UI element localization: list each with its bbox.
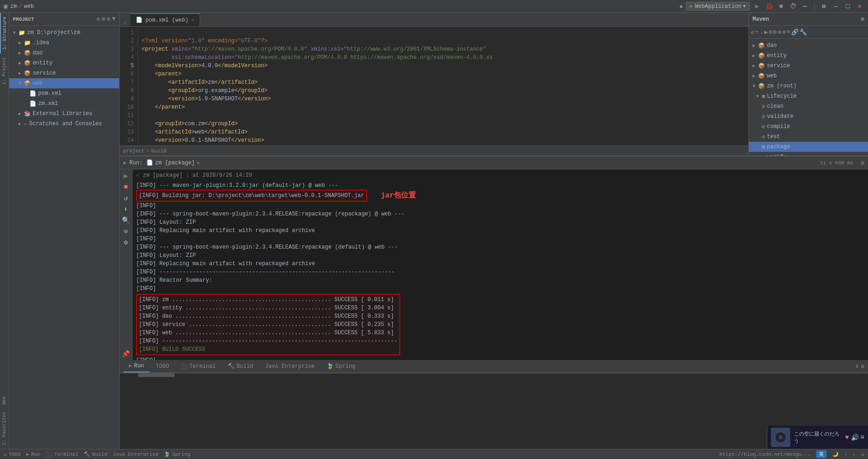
close-icon[interactable]: ✕ (196, 160, 200, 166)
run-timestamp: : at 2020/9/26 14:29 (186, 172, 252, 179)
run-icon[interactable]: ▶ (764, 29, 768, 36)
run-config[interactable]: ▶ WebApplication ▼ (686, 2, 750, 11)
maven-item-entity[interactable]: ▶ 📦 entity (749, 51, 868, 61)
layout-icon[interactable]: ⊞ (102, 16, 105, 23)
filter-icon[interactable]: 🔧 (799, 29, 807, 36)
settings-icon[interactable]: ⚙ (861, 363, 864, 370)
tree-item-dao[interactable]: ▶ 📦 dao (9, 48, 119, 58)
code-content[interactable]: <?xml version="1.0" encoding="UTF-8"?> <… (138, 27, 748, 145)
alert-icon[interactable]: ⚠ (861, 451, 864, 457)
tree-item-idea[interactable]: ▶ 📁 .idea (9, 38, 119, 48)
tab-java-enterprise[interactable]: Java Enterprise (259, 360, 320, 372)
link-icon[interactable]: 🔗 (791, 29, 799, 36)
collapse-icon[interactable]: ≡ (787, 29, 791, 35)
maven-settings-icon[interactable]: ⚙ (861, 16, 864, 23)
minimize-button[interactable]: — (831, 2, 840, 11)
skip-icon[interactable]: ⊗ (778, 29, 782, 36)
toggle-icon[interactable]: ⊞ (773, 29, 777, 36)
scroll-down-icon[interactable]: ⬇ (121, 204, 131, 214)
download-icon[interactable]: ↓ (760, 29, 764, 35)
maven-item-zm[interactable]: ▼ 📦 zm (root) (749, 81, 868, 91)
rerun-button[interactable]: ↺ (121, 193, 131, 203)
status-todo[interactable]: ⚠ TODO (4, 451, 21, 457)
maven-item-lifecycle[interactable]: ▼ ⚙ Lifecycle (749, 91, 868, 101)
add-icon[interactable]: + (755, 29, 759, 35)
maven-item-web[interactable]: ▶ 📦 web (749, 71, 868, 81)
favorites-tab[interactable]: 2: Favorites (0, 408, 8, 449)
maximize-button[interactable]: □ (843, 2, 852, 11)
tab-terminal[interactable]: ⬛ Terminal (176, 360, 222, 372)
close-button[interactable]: ✕ (855, 2, 864, 11)
tree-item-zm[interactable]: ▼ 📁 zm D:\project\zm (9, 28, 119, 38)
breadcrumb-build[interactable]: build (151, 148, 167, 154)
gear-icon: ⚙ (762, 123, 765, 130)
stop-button[interactable]: ■ (121, 182, 131, 192)
gear-icon[interactable]: ⚙ (97, 16, 100, 23)
tab-spring[interactable]: 🍃 Spring (321, 360, 361, 372)
coverage-button[interactable]: ⊕ (776, 2, 786, 11)
run-scrollbar[interactable] (120, 373, 868, 377)
status-run[interactable]: ▶ Run (26, 451, 40, 457)
search-icon[interactable]: 🔍 (121, 215, 131, 225)
build-icon: 🔨 (84, 451, 90, 457)
settings-icon[interactable]: ⚙ (861, 159, 864, 167)
maven-item-verify[interactable]: ⚙ verify (749, 152, 868, 156)
download-icon[interactable]: ↓ (853, 452, 856, 457)
tree-item-ext-lib[interactable]: ▶ 📚 External Libraries (9, 109, 119, 119)
run-output[interactable]: ✓ zm [package] : at 2020/9/26 14:29 [INF… (132, 169, 868, 360)
tab-todo[interactable]: TODO (150, 360, 175, 372)
pin-icon[interactable]: 📌 (121, 349, 131, 358)
web-tab[interactable]: Web (0, 393, 8, 408)
settings-icon[interactable]: ⚙ (819, 2, 828, 11)
maven-item-service[interactable]: ▶ 📦 service (749, 61, 868, 71)
more-button[interactable]: ⋯ (800, 2, 810, 11)
menu-icon[interactable]: ≡ (861, 434, 864, 442)
maven-item-validate[interactable]: ⚙ validate (749, 111, 868, 122)
upload-icon[interactable]: ↑ (844, 452, 847, 457)
maven-item-clean[interactable]: ⚙ clean (749, 101, 868, 111)
maven-item-test[interactable]: ⚙ test (749, 132, 868, 142)
tab-build[interactable]: 🔨 Build (222, 360, 259, 372)
refresh-icon[interactable]: ↺ (751, 29, 754, 36)
tree-item-web[interactable]: ▼ 📦 web (9, 78, 119, 88)
filter-icon[interactable]: ⊙ (121, 227, 131, 236)
play-button[interactable]: ▶ (121, 171, 131, 180)
lang-button[interactable]: 英 (816, 450, 827, 458)
profile-button[interactable]: ⏱ (788, 2, 798, 11)
maven-item-dao[interactable]: ▶ 📦 dao (749, 41, 868, 51)
expand-icon[interactable]: ⬆ (855, 363, 859, 370)
settings-icon[interactable]: ⚙ (107, 16, 110, 23)
tab-pom-xml[interactable]: 📄 pom.xml (web) ✕ (130, 13, 200, 26)
tab-run[interactable]: ▶ Run (123, 360, 149, 372)
volume-icon[interactable]: 🔊 (851, 434, 859, 442)
play-button[interactable]: ▶ (753, 2, 762, 11)
breadcrumb-project[interactable]: project (123, 148, 144, 154)
tree-item-service[interactable]: ▶ 📦 service (9, 68, 119, 78)
project-tab[interactable]: 1: Project (0, 53, 8, 88)
tree-item-scratches[interactable]: ▶ ✏️ Scratches and Consoles (9, 119, 119, 129)
spring-icon: 🍃 (327, 363, 333, 370)
sidebar-icons: ⚙ ⊞ ⚙ ▼ (97, 16, 115, 23)
debug-button[interactable]: 🐞 (765, 2, 774, 11)
cog-icon[interactable]: ⚙ (121, 238, 131, 247)
status-java-enterprise[interactable]: Java Enterprise (113, 452, 158, 457)
jar-path-line: [INFO] Building jar: D:\project\zm\web\t… (139, 192, 364, 199)
tree-item-pom[interactable]: 📄 pom.xml (9, 88, 119, 99)
output-line: [INFO] entity ..........................… (139, 304, 397, 312)
tab-close-icon[interactable]: ✕ (191, 17, 195, 23)
structure-tab[interactable]: 1: Structure (0, 13, 9, 53)
expand-icon[interactable]: ⊕ (782, 29, 786, 36)
status-spring[interactable]: 🍃 Spring (164, 451, 190, 457)
maven-item-package[interactable]: ⚙ package (749, 142, 868, 152)
chevron-icon[interactable]: ▼ (112, 16, 115, 23)
status-terminal[interactable]: ⬛ Terminal (46, 451, 78, 457)
heart-icon[interactable]: ♥ (845, 434, 849, 442)
script-icon[interactable]: m (769, 29, 772, 35)
run-tab-item[interactable]: 📄 zm [package] ✕ (146, 159, 200, 166)
tree-item-entity[interactable]: ▶ 📦 entity (9, 58, 119, 68)
tree-item-zmxml[interactable]: 📄 zm.xml (9, 99, 119, 109)
scroll-thumb[interactable] (138, 373, 175, 377)
maven-item-compile[interactable]: ⚙ compile (749, 122, 868, 132)
moon-icon[interactable]: 🌙 (832, 451, 839, 457)
status-build[interactable]: 🔨 Build (84, 451, 107, 457)
